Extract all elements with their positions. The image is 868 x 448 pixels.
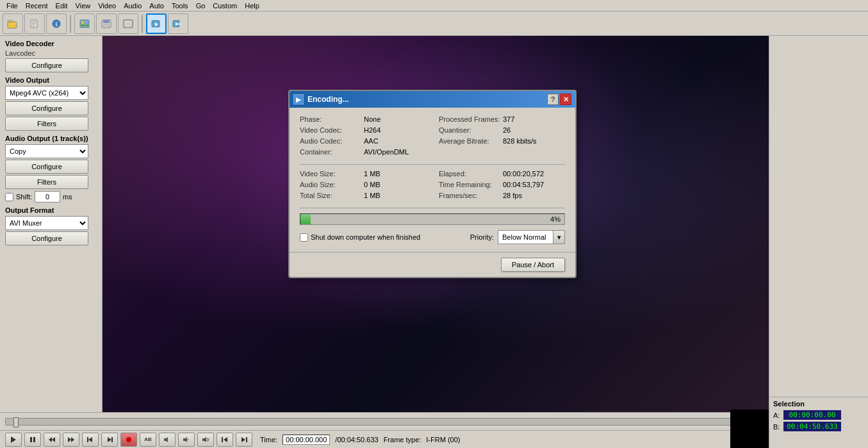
time-remaining-value: 00:04:53,797: [503, 181, 544, 188]
dialog-titlebar: ▶ Encoding... ? ✕: [290, 91, 575, 108]
processed-frames-row: Processed Frames: 377: [439, 115, 565, 123]
audio-size-value: 0 MB: [364, 181, 381, 188]
dialog-content: Phase: None Video Codec: H264 Audio Code…: [290, 108, 575, 252]
total-size-row: Total Size: 1 MB: [300, 192, 426, 199]
video-codec-label: Video Codec:: [300, 126, 364, 134]
audio-codec-label: Audio Codec:: [300, 137, 364, 145]
container-row: Container: AVI/OpenDML: [300, 148, 426, 156]
dialog-overlay: ▶ Encoding... ? ✕ Phase: None Video Code…: [0, 0, 868, 448]
phase-value: None: [364, 115, 381, 123]
avg-bitrate-label: Average Bitrate:: [439, 137, 503, 145]
audio-codec-value: AAC: [364, 137, 379, 145]
pause-abort-btn[interactable]: Pause / Abort: [501, 258, 565, 272]
phase-label: Phase:: [300, 115, 364, 123]
shutdown-row: Shut down computer when finished Priorit…: [300, 230, 565, 244]
frames-sec-value: 28 fps: [503, 192, 522, 199]
priority-dropdown[interactable]: Below Normal ▾: [498, 230, 565, 244]
video-size-row: Video Size: 1 MB: [300, 170, 426, 178]
quantiser-label: Quantiser:: [439, 126, 503, 134]
priority-arrow-icon[interactable]: ▾: [553, 231, 564, 244]
video-codec-row: Video Codec: H264: [300, 126, 426, 134]
dialog-close-btn[interactable]: ✕: [560, 94, 571, 105]
phase-row: Phase: None: [300, 115, 426, 123]
dialog-footer: Pause / Abort: [290, 252, 575, 277]
progress-text: 4%: [550, 215, 561, 223]
total-size-value: 1 MB: [364, 192, 381, 199]
time-remaining-row: Time Remaining: 00:04:53,797: [439, 181, 565, 188]
avg-bitrate-value: 828 kbits/s: [503, 137, 537, 145]
frames-sec-row: Frames/sec: 28 fps: [439, 192, 565, 199]
container-value: AVI/OpenDML: [364, 148, 409, 156]
time-remaining-label: Time Remaining:: [439, 181, 503, 188]
container-label: Container:: [300, 148, 364, 156]
processed-frames-value: 377: [503, 115, 514, 123]
shutdown-checkbox[interactable]: [300, 233, 308, 242]
avg-bitrate-row: Average Bitrate: 828 kbits/s: [439, 137, 565, 145]
audio-codec-row: Audio Codec: AAC: [300, 137, 426, 145]
dialog-right-col: Processed Frames: 377 Quantiser: 26 Aver…: [439, 115, 565, 159]
dialog-divider-1: [300, 164, 565, 165]
frames-sec-label: Frames/sec:: [439, 192, 503, 199]
priority-value: Below Normal: [498, 233, 553, 241]
dialog-info-grid: Phase: None Video Codec: H264 Audio Code…: [300, 115, 565, 159]
dialog-title-icon: ▶: [293, 94, 304, 104]
dialog-controls: ? ✕: [547, 94, 571, 105]
video-size-label: Video Size:: [300, 170, 364, 178]
quantiser-value: 26: [503, 126, 511, 134]
audio-size-label: Audio Size:: [300, 181, 364, 188]
dialog-divider-2: [300, 208, 565, 208]
shutdown-left: Shut down computer when finished: [300, 233, 420, 242]
priority-section: Priority: Below Normal ▾: [470, 230, 565, 244]
quantiser-row: Quantiser: 26: [439, 126, 565, 134]
video-size-value: 1 MB: [364, 170, 381, 178]
shutdown-label: Shut down computer when finished: [311, 233, 420, 241]
dialog-size-grid: Video Size: 1 MB Audio Size: 0 MB Total …: [300, 170, 565, 203]
dialog-left-col: Phase: None Video Codec: H264 Audio Code…: [300, 115, 426, 159]
dialog-help-btn[interactable]: ?: [547, 94, 559, 105]
total-size-label: Total Size:: [300, 192, 364, 199]
processed-frames-label: Processed Frames:: [439, 115, 503, 123]
video-codec-value: H264: [364, 126, 381, 134]
progress-bar-fill: [300, 214, 311, 224]
progress-section: 4%: [300, 213, 565, 225]
encoding-dialog: ▶ Encoding... ? ✕ Phase: None Video Code…: [288, 90, 577, 278]
elapsed-value: 00:00:20,572: [503, 170, 544, 178]
elapsed-row: Elapsed: 00:00:20,572: [439, 170, 565, 178]
progress-bar-container: 4%: [300, 213, 565, 225]
dialog-time-right: Elapsed: 00:00:20,572 Time Remaining: 00…: [439, 170, 565, 203]
priority-label: Priority:: [470, 233, 494, 241]
dialog-title-text: Encoding...: [307, 95, 349, 104]
dialog-title: ▶ Encoding...: [293, 94, 349, 104]
elapsed-label: Elapsed:: [439, 170, 503, 178]
dialog-size-left: Video Size: 1 MB Audio Size: 0 MB Total …: [300, 170, 426, 203]
audio-size-row: Audio Size: 0 MB: [300, 181, 426, 188]
